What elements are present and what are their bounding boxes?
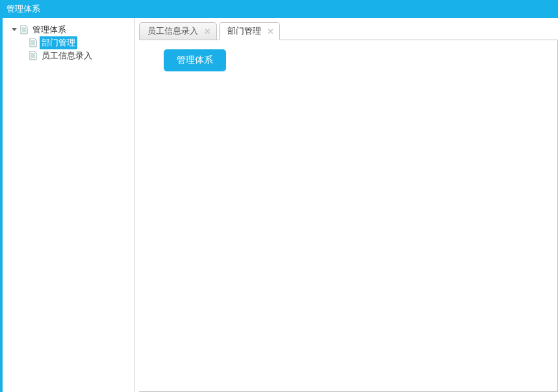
collapse-icon[interactable] [10,26,18,34]
manage-system-button[interactable]: 管理体系 [164,49,226,71]
tab-employee-entry[interactable]: 员工信息录入 ✕ [139,22,217,40]
app-header: 管理体系 [0,0,558,18]
main-container: 管理体系 部门管理 员工信息录入 员工信息录入 ✕ 部门管理 ✕ [0,18,558,392]
tree-node-employee[interactable]: 员工信息录入 [3,49,134,62]
document-icon [19,25,29,35]
tab-label-1: 部门管理 [227,25,261,37]
document-icon [29,51,38,61]
app-title: 管理体系 [6,4,40,14]
tree-child-label-1: 员工信息录入 [40,49,94,62]
tree-node-root[interactable]: 管理体系 [3,23,134,36]
close-icon[interactable]: ✕ [203,27,211,35]
tab-label-0: 员工信息录入 [147,25,198,37]
tab-bar: 员工信息录入 ✕ 部门管理 ✕ [139,22,558,40]
close-icon[interactable]: ✕ [266,27,274,35]
tab-content: 管理体系 [139,40,558,392]
main-panel: 员工信息录入 ✕ 部门管理 ✕ 管理体系 [135,18,558,392]
document-icon [29,38,38,48]
tree-root-label: 管理体系 [31,23,68,36]
sidebar: 管理体系 部门管理 员工信息录入 [3,18,135,392]
tree-node-dept[interactable]: 部门管理 [3,36,134,49]
tree-child-label-0: 部门管理 [40,36,77,49]
tab-dept-manage[interactable]: 部门管理 ✕ [219,22,280,40]
